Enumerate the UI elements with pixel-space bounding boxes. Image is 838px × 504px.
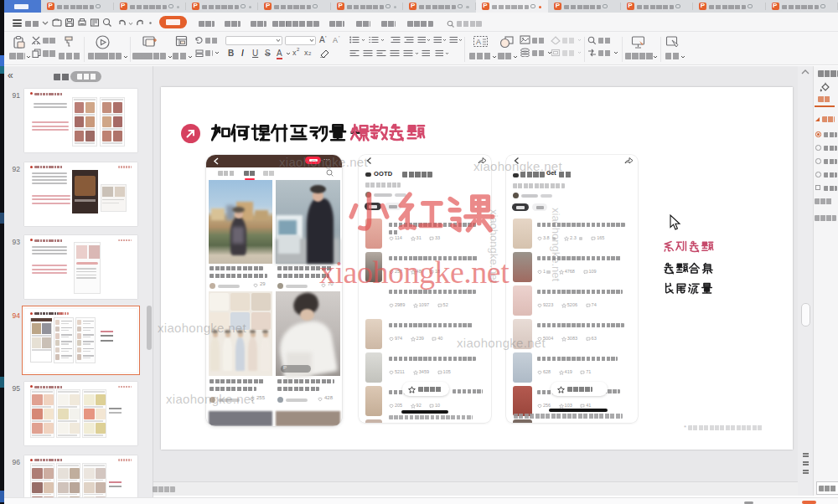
svg-text:A: A <box>476 38 481 46</box>
